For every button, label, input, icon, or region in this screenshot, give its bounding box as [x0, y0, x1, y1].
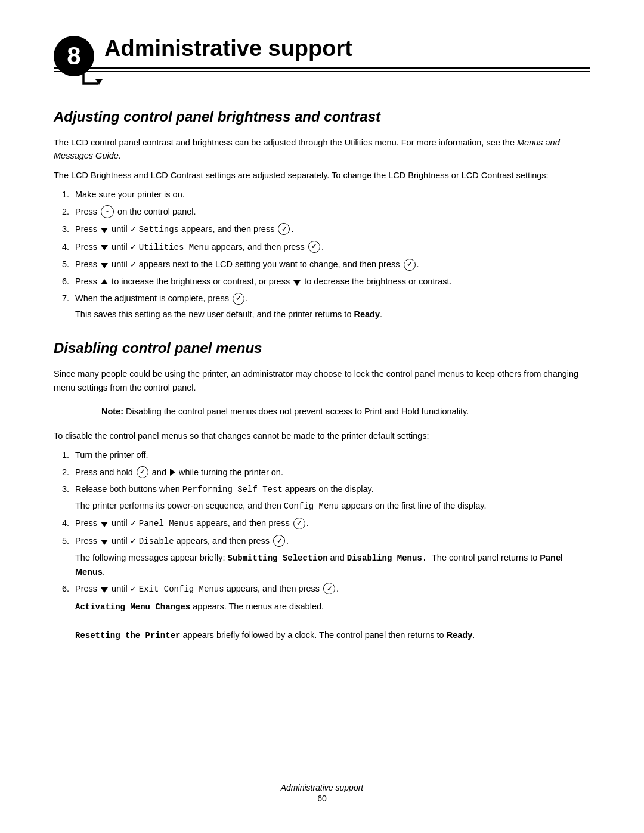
- checkmark-icon: ✓: [130, 243, 137, 252]
- select-button-icon: ✓: [137, 466, 148, 478]
- arrow-down-icon: [101, 228, 108, 233]
- section1-intro2: The LCD Brightness and LCD Contrast sett…: [54, 169, 590, 182]
- arrow-down-icon: [101, 540, 108, 545]
- s2-step-1: Turn the printer off.: [72, 448, 590, 462]
- s2-step-6: Press until ✓ Exit Config Menus appears,…: [72, 582, 590, 643]
- step-3: Press until ✓ Settings appears, and then…: [72, 222, 590, 237]
- section2-title: Disabling control panel menus: [54, 340, 590, 357]
- section2-intro1: Since many people could be using the pri…: [54, 367, 590, 394]
- select-button-icon: ✓: [323, 583, 335, 594]
- arrow-down-icon: [101, 245, 108, 250]
- footer-label: Administrative support: [281, 783, 364, 792]
- s2-step-4: Press until ✓ Panel Menus appears, and t…: [72, 516, 590, 531]
- checkmark-icon: ✓: [130, 519, 137, 528]
- select-button-icon: ✓: [233, 293, 244, 305]
- note-label: Note:: [101, 407, 123, 416]
- step-4: Press until ✓ Utilities Menu appears, an…: [72, 240, 590, 255]
- chapter-rule-thin: [54, 71, 590, 72]
- checkmark-icon: ✓: [130, 537, 137, 546]
- menu-button-icon: ···: [101, 205, 114, 218]
- select-button-icon: ✓: [404, 259, 416, 271]
- checkmark-icon: ✓: [130, 260, 137, 269]
- step-5: Press until ✓ appears next to the LCD se…: [72, 258, 590, 271]
- s2-step-5: Press until ✓ Disable appears, and then …: [72, 534, 590, 578]
- chapter-header: 8 Administrative support: [54, 36, 590, 72]
- section1-steps: Make sure your printer is on. Press ··· …: [72, 188, 590, 321]
- section-disable-panel: Disabling control panel menus Since many…: [54, 340, 590, 642]
- chapter-title-block: Administrative support: [54, 36, 590, 72]
- note-text: Disabling the control panel menus does n…: [126, 407, 469, 416]
- section1-title: Adjusting control panel brightness and c…: [54, 109, 590, 125]
- checkmark-icon: ✓: [130, 225, 137, 234]
- step-7: When the adjustment is complete, press ✓…: [72, 292, 590, 321]
- arrow-down-icon: [101, 263, 108, 268]
- note-block: Note: Disabling the control panel menus …: [101, 405, 543, 418]
- s2-step-3: Release both buttons when Performing Sel…: [72, 482, 590, 513]
- page: 8 Administrative support Adjusting contr…: [0, 0, 644, 833]
- section-brightness-contrast: Adjusting control panel brightness and c…: [54, 109, 590, 321]
- arrow-down-icon: [101, 587, 108, 593]
- step-1: Make sure your printer is on.: [72, 188, 590, 201]
- step-6: Press to increase the brightness or cont…: [72, 275, 590, 288]
- chapter-rule-thick: [54, 67, 590, 69]
- arrow-up-icon: [101, 279, 108, 284]
- chapter-decoration: [78, 73, 590, 89]
- s2-step-2: Press and hold ✓ and while turning the p…: [72, 466, 590, 479]
- step-2: Press ··· on the control panel.: [72, 205, 590, 219]
- arrow-right-icon: [170, 469, 175, 476]
- footer: Administrative support 60: [0, 783, 644, 803]
- chapter-number: 8: [54, 36, 94, 76]
- section2-steps: Turn the printer off. Press and hold ✓ a…: [72, 448, 590, 642]
- chapter-title: Administrative support: [104, 36, 590, 65]
- arrow-down-icon: [293, 280, 301, 286]
- select-button-icon: ✓: [293, 518, 305, 529]
- select-button-icon: ✓: [278, 223, 290, 235]
- section1-intro1: The LCD control panel contrast and brigh…: [54, 136, 590, 163]
- section2-intro2: To disable the control panel menus so th…: [54, 429, 590, 442]
- select-button-icon: ✓: [273, 535, 285, 547]
- footer-page: 60: [0, 794, 644, 803]
- checkmark-icon: ✓: [130, 584, 137, 593]
- select-button-icon: ✓: [308, 241, 320, 253]
- arrow-down-icon: [101, 522, 108, 527]
